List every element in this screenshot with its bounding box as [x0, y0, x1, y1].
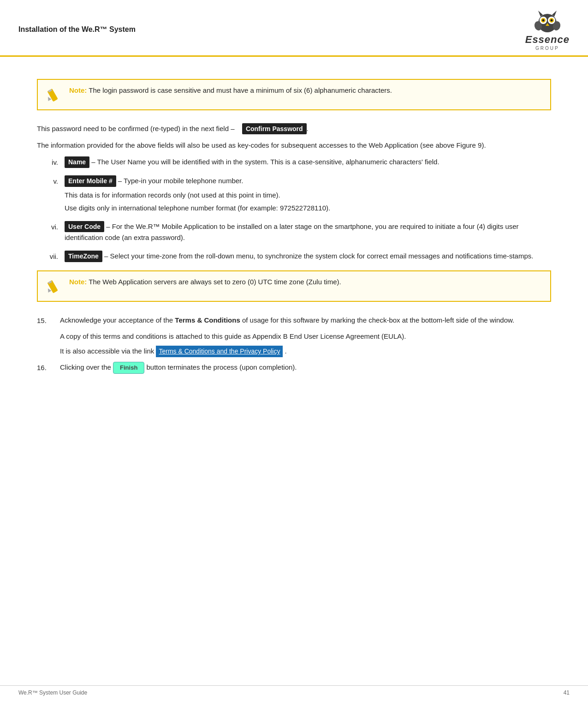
- list-iv-text: – The User Name you will be identified w…: [91, 158, 439, 166]
- section-15-sub2-before: It is also accessible via the link: [60, 347, 154, 355]
- list-content-vii: TimeZone – Select your time-zone from th…: [65, 251, 551, 262]
- note-2-text: Note: The Web Application servers are al…: [69, 278, 341, 286]
- section-15-content: Acknowledge your acceptance of the Terms…: [60, 315, 551, 326]
- terms-conditions-bold: Terms & Conditions: [175, 316, 240, 324]
- footer-left: We.R™ System User Guide: [18, 689, 87, 696]
- svg-point-7: [542, 19, 544, 22]
- logo: Essence GROUP: [525, 8, 570, 51]
- section-16-num: 16.: [37, 362, 60, 373]
- list-item-vii: vii. TimeZone – Select your time-zone fr…: [37, 251, 551, 262]
- timezone-field-label: TimeZone: [65, 251, 102, 262]
- para-1: This password need to be confirmed (re-t…: [37, 123, 551, 134]
- pencil-icon-2: [46, 278, 63, 294]
- list-section: iv. Name – The User Name you will be ide…: [37, 156, 551, 262]
- page-footer: We.R™ System User Guide 41: [0, 685, 588, 696]
- list-content-iv: Name – The User Name you will be identif…: [65, 156, 551, 168]
- logo-group: GROUP: [535, 46, 559, 51]
- terms-privacy-link[interactable]: Terms & Conditions and the Privacy Polic…: [156, 346, 283, 357]
- section-16: 16. Clicking over the Finish button term…: [37, 362, 551, 374]
- note-1-text: Note: The login password is case sensiti…: [69, 86, 392, 94]
- list-v-sub2: Use digits only in international telepho…: [65, 203, 551, 214]
- section-16-text-before: Clicking over the: [60, 363, 111, 371]
- confirm-password-field: Confirm Password: [242, 123, 307, 134]
- page-header: Installation of the We.R™ System Essence…: [0, 0, 588, 57]
- section-16-text-after: button terminates the process (upon comp…: [147, 363, 297, 371]
- list-content-vi: User Code – For the We.R™ Mobile Applica…: [65, 221, 551, 243]
- list-vi-text: – For the We.R™ Mobile Application to be…: [65, 222, 519, 241]
- list-item-iv: iv. Name – The User Name you will be ide…: [37, 156, 551, 168]
- list-vii-text: – Select your time-zone from the roll-do…: [104, 252, 533, 260]
- section-15-num: 15.: [37, 315, 60, 326]
- list-num-vii: vii.: [37, 251, 65, 262]
- section-15-text-before: Acknowledge your acceptance of the: [60, 316, 173, 324]
- list-content-v: Enter Mobile # – Type-in your mobile tel…: [65, 175, 551, 213]
- list-num-vi: vi.: [37, 221, 65, 233]
- section-16-content: Clicking over the Finish button terminat…: [60, 362, 551, 374]
- section-15-row: 15. Acknowledge your acceptance of the T…: [37, 315, 551, 326]
- section-15-text-after: of usage for this software by marking th…: [242, 316, 514, 324]
- list-item-v: v. Enter Mobile # – Type-in your mobile …: [37, 175, 551, 213]
- section-15: 15. Acknowledge your acceptance of the T…: [37, 315, 551, 357]
- logo-text: Essence: [525, 34, 570, 46]
- finish-button[interactable]: Finish: [113, 362, 144, 374]
- page-title: Installation of the We.R™ System: [18, 25, 136, 34]
- section-15-sub1: A copy of this terms and conditions is a…: [37, 331, 551, 342]
- footer-right: 41: [564, 689, 570, 696]
- section-15-sub2: It is also accessible via the link Terms…: [37, 346, 551, 357]
- list-v-text: – Type-in your mobile telephone number.: [118, 177, 244, 185]
- svg-point-8: [550, 19, 552, 22]
- note-box-1: Note: The login password is case sensiti…: [37, 79, 551, 110]
- para-2: The information provided for the above f…: [37, 140, 551, 151]
- note-1-label: Note:: [69, 86, 87, 94]
- pencil-icon: [46, 86, 63, 103]
- enter-mobile-field-label: Enter Mobile #: [65, 175, 116, 186]
- list-num-v: v.: [37, 175, 65, 187]
- section-15-sub2-after: .: [285, 347, 287, 355]
- name-field-label: Name: [65, 156, 89, 168]
- section-16-row: 16. Clicking over the Finish button term…: [37, 362, 551, 374]
- list-v-sub1: This data is for information records onl…: [65, 190, 551, 201]
- list-item-vi: vi. User Code – For the We.R™ Mobile App…: [37, 221, 551, 243]
- note-2-body: The Web Application servers are always s…: [89, 278, 341, 286]
- main-content: Note: The login password is case sensiti…: [0, 57, 588, 406]
- user-code-field-label: User Code: [65, 221, 104, 232]
- note-2-label: Note:: [69, 278, 87, 286]
- note-box-2: Note: The Web Application servers are al…: [37, 270, 551, 302]
- list-num-iv: iv.: [37, 156, 65, 168]
- note-1-body: The login password is case sensitive and…: [89, 86, 392, 94]
- owl-logo-icon: [531, 8, 564, 34]
